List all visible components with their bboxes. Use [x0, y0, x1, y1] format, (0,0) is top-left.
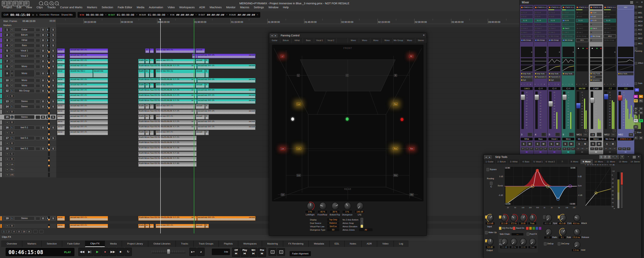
track-key-button[interactable]: L: [10, 217, 14, 220]
track-key-button[interactable]: C: [10, 84, 14, 87]
clip[interactable]: record mic 011 (2)record: [197, 78, 256, 83]
clip[interactable]: Earth: [138, 115, 145, 120]
clip[interactable]: Earth: [138, 130, 145, 135]
strip-name[interactable]: Stereo: [590, 138, 602, 140]
strip-tools-tab-2-bdrum[interactable]: 2: Bdrum: [496, 160, 508, 164]
track-number[interactable]: 18: [4, 146, 10, 150]
clip[interactable]: [194, 125, 197, 130]
track-name[interactable]: Bdrum: [14, 33, 34, 37]
field-spinner[interactable]: ÷: [136, 14, 138, 16]
strip-effect-toolbar[interactable]: + − □ ≡: [590, 83, 602, 86]
solo-button[interactable]: S: [604, 142, 610, 146]
strip-button-pf[interactable]: PF: [557, 148, 561, 150]
speaker-rtf[interactable]: Rtf: [409, 55, 414, 58]
strip-button-sf[interactable]: SF: [590, 148, 594, 150]
clip[interactable]: Earth Moon Sun 03-19-09+03-09-09_5.1 (2)…: [138, 120, 194, 125]
next-frame-button[interactable]: ▶|: [86, 248, 93, 256]
bus-row-Cue-2[interactable]: Cue 2: [548, 26, 560, 30]
strip-button-di[interactable]: DI: [626, 148, 630, 150]
output-button[interactable]: O: [41, 28, 45, 32]
clip[interactable]: record mic 011 (1): [70, 54, 108, 58]
clip[interactable]: re: [145, 115, 149, 120]
clip[interactable]: r: [150, 48, 154, 53]
track-lane-1[interactable]: [56, 27, 519, 32]
prev-strip-button[interactable]: ◀: [270, 34, 274, 37]
save-icon[interactable]: [19, 1, 24, 6]
pin-icon[interactable]: •: [627, 155, 630, 158]
channel-key-button[interactable]: Rrs: [9, 168, 14, 171]
menu-media[interactable]: Media: [137, 6, 144, 9]
strip-gain-display[interactable]: [521, 65, 533, 72]
track-header-15[interactable]: 15LStereoOMS: [0, 114, 56, 120]
clip[interactable]: Earth: [138, 59, 145, 64]
track-number[interactable]: 3: [4, 38, 10, 42]
track-number[interactable]: 14: [4, 104, 10, 108]
eq-band-select-5[interactable]: [539, 227, 542, 230]
comp-value[interactable]: -45.0 dB: [558, 222, 567, 225]
output-value[interactable]: 0.0 dB: [486, 246, 495, 248]
track-header-sub[interactable]: +Rrs: [0, 167, 56, 172]
tab-markers[interactable]: Markers: [22, 240, 42, 247]
track-number[interactable]: 17: [4, 136, 10, 140]
strip-gain-display[interactable]: [604, 65, 616, 72]
strip-fader[interactable]: [591, 92, 593, 129]
panning-room-view[interactable]: FRONT REAR LtfRtfLCRLwRwLtmLssRssRtmLrsR…: [272, 44, 424, 202]
mixer-section-ag2[interactable]: +AG2: [635, 28, 642, 31]
hold-value[interactable]: 1.3 ms: [572, 249, 580, 252]
os-button[interactable]: OS: [629, 133, 633, 136]
clip[interactable]: r: [150, 83, 154, 88]
tab-tracks[interactable]: Tracks: [176, 240, 194, 247]
menu-fade-editor[interactable]: Fade Editor: [118, 6, 132, 9]
clip[interactable]: recor: [57, 120, 65, 125]
expand-icon[interactable]: +: [6, 174, 9, 176]
side-chain-value-1[interactable]: 0.0 dB: [500, 246, 509, 248]
record-arm-button[interactable]: [36, 49, 40, 53]
pan-knob-front-rear[interactable]: [319, 202, 326, 210]
track-number[interactable]: 1: [4, 28, 10, 32]
import-icon[interactable]: [13, 1, 18, 6]
clip[interactable]: Earth Moon Sun 03-19-09+03-09-09_5.1 (2)…: [138, 125, 194, 130]
strip-pan-value[interactable]: C / f: [562, 87, 574, 90]
eq-pre-dyn-toggle[interactable]: [499, 227, 502, 230]
track-header-5[interactable]: 5CVocal 1OMS: [0, 48, 56, 53]
fast-forward-button[interactable]: ▶▶: [109, 248, 116, 256]
bus-row-cue-1[interactable]: cue 1: [534, 30, 547, 34]
mixer-section-mg5[interactable]: +MG5: [635, 16, 642, 19]
track-name[interactable]: bed 5.1: [14, 126, 34, 130]
output-button[interactable]: O: [41, 79, 45, 82]
pan-option-checkbox[interactable]: [360, 218, 363, 221]
clip[interactable]: Earth Moon Sun 03-19-09+03-09-09_5.1 (2)…: [138, 78, 194, 83]
ratio-comp-knob[interactable]: [560, 228, 566, 236]
clip[interactable]: E: [205, 130, 209, 135]
clip[interactable]: r: [150, 130, 154, 135]
clip[interactable]: recor: [57, 115, 65, 120]
bus-row-5-1-B[interactable]: 5.1 B: [520, 19, 533, 22]
clip[interactable]: E: [205, 59, 209, 64]
strip-effect-toolbar[interactable]: + − □ ≡: [604, 83, 616, 86]
track-header-1[interactable]: 1CGuitarOMS: [0, 27, 56, 32]
field-spinner[interactable]: ÷: [257, 14, 258, 16]
clip[interactable]: re: [145, 130, 149, 135]
bus-assign-top[interactable]: ATMOS 9.1.6: [576, 6, 588, 10]
solo-button[interactable]: S: [51, 147, 55, 150]
bus-row-Mix-Group[interactable]: Mix Group: [576, 34, 588, 38]
bus-row-5-1C[interactable]: 5.1C: [548, 15, 560, 18]
record-arm-button[interactable]: [36, 126, 40, 130]
strip-effect-strip-tools[interactable]: Strip Tools: [548, 72, 560, 76]
strip-tools-tab-14-stereo[interactable]: 14: Stereo: [629, 160, 642, 164]
bus-row-Mix-Group[interactable]: Mix Group: [590, 38, 602, 42]
clip[interactable]: recor: [57, 70, 65, 78]
track-name[interactable]: Vocal 1: [14, 49, 34, 53]
track-key-button[interactable]: C: [10, 60, 14, 63]
solo-button[interactable]: S: [51, 72, 55, 75]
clip[interactable]: r: [150, 115, 154, 120]
strip-button-pf[interactable]: PF: [599, 148, 603, 150]
expand-icon[interactable]: +: [6, 110, 9, 114]
mixer-section-mg1[interactable]: −MG1: [635, 42, 642, 45]
track-header-16[interactable]: 16Lbed 5.1OMS: [0, 125, 56, 130]
bus-row-5-1-A[interactable]: 5.1 A: [534, 23, 547, 26]
track-header-10[interactable]: 10CMonoOMS: [0, 78, 56, 83]
speaker-c[interactable]: C: [346, 74, 349, 77]
clip[interactable]: record mic 011 (1): [156, 224, 195, 228]
record-arm-button[interactable]: [36, 116, 40, 119]
